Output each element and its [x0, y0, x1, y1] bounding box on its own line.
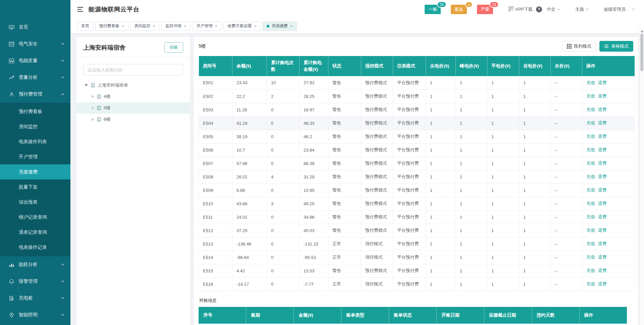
tab-1[interactable]: 预付费看板×	[95, 21, 128, 31]
recharge-link[interactable]: 充值	[586, 281, 595, 286]
sidebar-subitem-6[interactable]: 综合报表	[0, 195, 70, 210]
sidebar-item-8[interactable]: 智能照明	[0, 307, 70, 323]
sidebar-item-1[interactable]: 电气安全	[0, 36, 70, 52]
room-cell: 警告	[328, 170, 361, 183]
refund-link[interactable]: 退费	[598, 255, 607, 260]
recharge-link[interactable]: 充值	[586, 120, 595, 125]
tab-0[interactable]: 首页	[77, 21, 93, 31]
recharge-link[interactable]: 充值	[586, 80, 595, 85]
refund-link[interactable]: 退费	[598, 161, 607, 166]
caret-right-icon[interactable]	[92, 95, 94, 98]
tab-close-icon[interactable]: ×	[153, 24, 156, 28]
tree-node-floor-1[interactable]: 5楼	[76, 102, 190, 114]
recharge-link[interactable]: 充值	[586, 107, 595, 112]
alarm-badge-0[interactable]: 一般75	[425, 5, 441, 14]
alarm-badge-1[interactable]: 紧急3	[451, 5, 467, 14]
tab-2[interactable]: 房间监控×	[130, 21, 160, 31]
sidebar-subitem-9[interactable]: 电表操作记录	[0, 240, 70, 255]
recharge-link[interactable]: 充值	[586, 94, 595, 99]
recharge-link[interactable]: 充值	[586, 134, 595, 139]
room-cell: 4.42	[232, 264, 267, 277]
refund-link[interactable]: 退费	[598, 201, 607, 206]
sidebar-subitem-5[interactable]: 批量下发	[0, 179, 70, 195]
sidebar-subitem-0[interactable]: 预付费看板	[0, 104, 70, 119]
refund-link[interactable]: 退费	[598, 268, 607, 273]
tab-3[interactable]: 监控详情×	[161, 21, 191, 31]
caret-right-icon[interactable]	[92, 106, 94, 110]
refund-link[interactable]: 退费	[598, 120, 607, 125]
menu-collapse-icon[interactable]	[77, 7, 84, 12]
tab-4[interactable]: 开户管理×	[193, 21, 222, 31]
scrollbar-up-arrow-icon[interactable]	[641, 30, 643, 32]
recharge-link[interactable]: 充值	[586, 241, 595, 246]
room-cell: 平台预付费	[393, 90, 426, 103]
sidebar-subitem-4[interactable]: 充值缴费	[0, 164, 70, 179]
tree-node-floor-0[interactable]: 4楼	[76, 91, 190, 102]
sidebar-item-7[interactable]: 充电桩	[0, 290, 70, 307]
tab-close-icon[interactable]: ×	[215, 24, 218, 28]
help-button[interactable]: ?	[536, 6, 542, 12]
refund-link[interactable]: 退费	[598, 281, 607, 286]
refund-link[interactable]: 退费	[598, 214, 607, 219]
page-scrollbar[interactable]	[639, 29, 644, 325]
table-mode-button[interactable]: 表格模式	[599, 41, 633, 52]
tab-5[interactable]: 收费方案设置×	[223, 21, 261, 31]
user-menu[interactable]: 超级管理员	[604, 6, 635, 12]
theme-selector[interactable]: 主题	[575, 6, 589, 12]
sidebar-item-5[interactable]: 能耗分析	[0, 256, 70, 273]
refund-link[interactable]: 退费	[598, 187, 607, 193]
sidebar-subitem-7[interactable]: 销户记录查询	[0, 210, 70, 225]
room-cell: 1	[426, 210, 456, 224]
refund-link[interactable]: 退费	[598, 147, 607, 152]
sidebar-item-4[interactable]: 预付费管理	[0, 86, 70, 103]
alarm-badge-2[interactable]: 严重73	[477, 5, 493, 14]
refund-link[interactable]: 退费	[598, 80, 607, 85]
refund-link[interactable]: 退费	[598, 174, 607, 179]
tree-node-floor-2[interactable]: 6楼	[76, 114, 190, 125]
tree-search-input[interactable]	[83, 64, 183, 75]
tab-close-icon[interactable]: ×	[122, 24, 124, 28]
recharge-link[interactable]: 充值	[586, 201, 595, 206]
tab-close-icon[interactable]: ×	[184, 24, 186, 28]
refund-link[interactable]: 退费	[598, 228, 607, 233]
refund-link[interactable]: 退费	[598, 94, 607, 99]
sidebar-item-2[interactable]: 电能质量	[0, 52, 70, 69]
sidebar-subitem-1[interactable]: 房间监控	[0, 119, 70, 134]
tree-root-node[interactable]: 上海安科瑞宿舍	[76, 79, 190, 91]
sidebar-subitem-2[interactable]: 电表操作列表	[0, 134, 70, 149]
switch-building-button[interactable]: 切换	[164, 42, 183, 53]
refund-link[interactable]: 退费	[598, 107, 607, 112]
app-title: 能源物联网云平台	[89, 5, 140, 13]
room-cell: 警告	[328, 76, 361, 90]
tab-6[interactable]: 充值缴费×	[263, 21, 297, 31]
room-cell: 1	[426, 277, 456, 291]
sidebar-item-0[interactable]: 首页	[0, 19, 70, 36]
room-cell: 6.86	[232, 183, 267, 197]
caret-right-icon[interactable]	[92, 118, 94, 121]
recharge-link[interactable]: 充值	[586, 161, 595, 166]
tab-close-icon[interactable]: ×	[254, 24, 257, 28]
sidebar-item-6[interactable]: 报警管理	[0, 273, 70, 290]
recharge-link[interactable]: 充值	[586, 255, 595, 260]
sidebar-item-3[interactable]: 需量分析	[0, 69, 70, 86]
recharge-link[interactable]: 充值	[586, 147, 595, 152]
tab-close-icon[interactable]: ×	[290, 24, 293, 28]
caret-down-icon[interactable]	[85, 84, 88, 86]
refund-link[interactable]: 退费	[598, 241, 607, 246]
room-cell: 1	[456, 143, 487, 157]
reconciliation-column-header: 序号	[199, 307, 246, 324]
scrollbar-thumb[interactable]	[640, 34, 643, 71]
app-download-link[interactable]: APP下载	[508, 6, 533, 12]
language-selector[interactable]: 中文	[547, 6, 560, 12]
sidebar-subitem-3[interactable]: 开户管理	[0, 149, 70, 164]
room-cell: 预付费模式	[361, 76, 393, 90]
sidebar-subitem-8[interactable]: 退表记录查询	[0, 225, 70, 240]
reconciliation-title: 对账信息	[199, 297, 633, 304]
grid-mode-button[interactable]: 阵列模式	[562, 41, 596, 52]
recharge-link[interactable]: 充值	[586, 187, 595, 193]
recharge-link[interactable]: 充值	[586, 228, 595, 233]
refund-link[interactable]: 退费	[598, 134, 607, 139]
recharge-link[interactable]: 充值	[586, 214, 595, 219]
recharge-link[interactable]: 充值	[586, 174, 595, 179]
recharge-link[interactable]: 充值	[586, 268, 595, 273]
